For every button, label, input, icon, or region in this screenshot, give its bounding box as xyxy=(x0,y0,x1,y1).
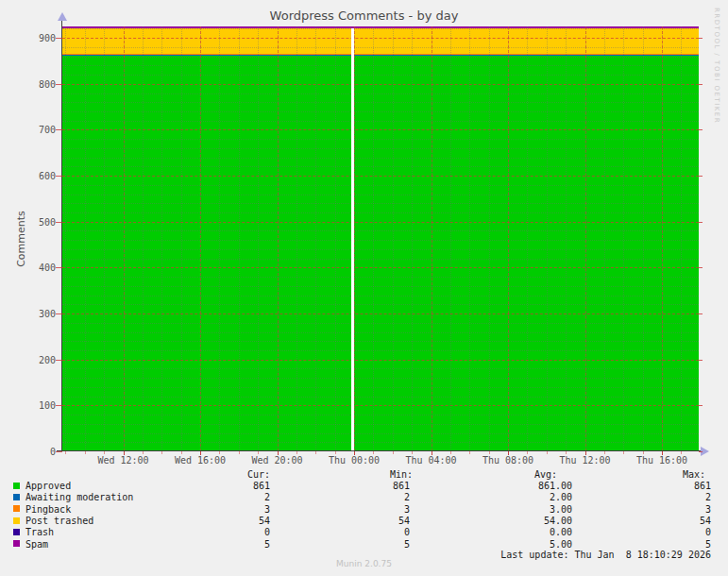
y-tick-label: 200 xyxy=(0,355,56,365)
gridline-minor-horizontal xyxy=(62,102,699,103)
y-tick-label: 300 xyxy=(0,309,56,319)
legend-swatch-spam xyxy=(13,540,20,547)
rrdtool-watermark: RRDTOOL / TOBI OETIKER xyxy=(713,8,720,124)
x-tick-mark-minor xyxy=(200,451,201,454)
legend-value: 0 xyxy=(264,527,270,538)
y-tick-mark xyxy=(56,313,62,314)
x-tick-label: Thu 12:00 xyxy=(548,455,623,466)
x-tick-mark-minor xyxy=(143,451,144,454)
x-tick-label: Thu 00:00 xyxy=(316,455,392,466)
y-tick-label: 800 xyxy=(0,79,56,90)
gridline-minor-horizontal xyxy=(62,75,699,76)
gridline-minor-horizontal xyxy=(62,387,699,388)
legend-swatch-awaiting-moderation xyxy=(13,494,20,500)
legend-value: 0 xyxy=(404,527,410,538)
x-tick-label: Wed 20:00 xyxy=(240,455,315,466)
gridline-minor-horizontal xyxy=(62,442,699,443)
y-tick-mark xyxy=(699,360,703,361)
gridline-major-vertical xyxy=(432,26,432,451)
x-tick-mark-minor xyxy=(104,451,105,454)
legend-value: 5 xyxy=(705,539,711,551)
gridline-minor-horizontal xyxy=(62,415,699,415)
legend-swatch-approved xyxy=(13,483,20,489)
gridline-minor-horizontal xyxy=(62,230,699,231)
legend-value: 861 xyxy=(694,481,711,492)
gridline-minor-horizontal xyxy=(62,65,699,66)
legend-label: Awaiting moderation xyxy=(25,492,133,503)
gridline-minor-horizontal xyxy=(62,148,699,149)
y-tick-label: 0 xyxy=(0,447,56,457)
legend-swatch-pingback xyxy=(13,505,20,512)
gridline-minor-horizontal xyxy=(62,158,699,159)
x-axis-line xyxy=(57,450,706,451)
gridline-minor-horizontal xyxy=(62,424,699,425)
munin-version: Munin 2.0.75 xyxy=(0,559,728,568)
gridline-major-horizontal xyxy=(62,360,699,361)
y-tick-mark xyxy=(699,267,703,268)
y-tick-mark xyxy=(699,129,703,130)
gridline-minor-horizontal xyxy=(62,323,699,324)
legend-label: Approved xyxy=(25,481,71,492)
legend-value: 2 xyxy=(404,492,410,503)
gridline-minor-horizontal xyxy=(62,350,699,351)
gridline-minor-horizontal xyxy=(62,57,699,58)
legend-value: 861.00 xyxy=(538,481,572,492)
x-tick-label: Wed 12:00 xyxy=(86,455,161,466)
gridline-major-horizontal xyxy=(62,38,699,39)
gridline-minor-horizontal xyxy=(62,139,699,140)
x-tick-mark-minor xyxy=(508,451,509,454)
gridline-minor-horizontal xyxy=(62,332,699,333)
gridline-minor-horizontal xyxy=(62,277,699,278)
y-axis-arrow-icon xyxy=(58,12,67,21)
gridline-minor-horizontal xyxy=(62,259,699,260)
legend-value: 5.00 xyxy=(550,539,572,551)
gridline-major-horizontal xyxy=(62,267,699,268)
x-tick-mark-minor xyxy=(85,451,86,454)
gridline-major-vertical xyxy=(124,26,125,451)
legend-value: 54 xyxy=(259,516,270,527)
gridline-minor-horizontal xyxy=(62,166,699,167)
x-tick-mark-minor xyxy=(527,451,528,454)
legend-value: 3 xyxy=(264,504,270,516)
chart-plot-area xyxy=(62,26,699,451)
y-tick-mark xyxy=(56,360,62,361)
gridline-major-vertical xyxy=(200,26,201,451)
series-band-approved xyxy=(62,56,699,451)
gridline-minor-horizontal xyxy=(62,212,699,213)
y-tick-mark xyxy=(56,176,62,177)
x-tick-mark-minor xyxy=(623,451,624,454)
gridline-minor-horizontal xyxy=(62,28,699,29)
gridline-minor-horizontal xyxy=(62,378,699,379)
legend-column-header: Cur: xyxy=(247,469,270,481)
legend-column-header: Avg: xyxy=(534,469,557,481)
series-band-post-trashed xyxy=(62,28,699,53)
legend-value: 3 xyxy=(404,504,410,516)
gridline-major-vertical xyxy=(278,26,279,451)
gridline-major-horizontal xyxy=(62,313,699,314)
legend-value: 54 xyxy=(398,516,410,527)
y-tick-label: 500 xyxy=(0,217,56,228)
munin-graph-page: Wordpress Comments - by day Comments RRD… xyxy=(0,0,728,576)
x-tick-mark-minor xyxy=(643,451,644,454)
legend-value: 2 xyxy=(705,492,711,503)
gridline-major-vertical xyxy=(508,26,509,451)
x-tick-mark-minor xyxy=(412,451,413,454)
legend-value: 861 xyxy=(253,481,270,492)
gridline-minor-horizontal xyxy=(62,121,699,122)
legend-value: 2.00 xyxy=(550,492,572,503)
x-tick-mark-minor xyxy=(547,451,548,454)
y-tick-mark xyxy=(56,38,62,39)
gridline-major-horizontal xyxy=(62,222,699,223)
y-tick-mark xyxy=(699,38,703,39)
gridline-minor-horizontal xyxy=(62,249,699,250)
legend-value: 2 xyxy=(264,492,270,503)
x-tick-mark-minor xyxy=(335,451,336,454)
gridline-minor-horizontal xyxy=(62,111,699,112)
gridline-minor-horizontal xyxy=(62,203,699,204)
gridline-minor-horizontal xyxy=(62,296,699,296)
x-tick-mark-minor xyxy=(681,451,682,454)
y-tick-label: 900 xyxy=(0,33,56,43)
gridline-minor-horizontal xyxy=(62,47,699,48)
y-tick-label: 400 xyxy=(0,263,56,273)
x-tick-label: Thu 16:00 xyxy=(624,455,700,466)
